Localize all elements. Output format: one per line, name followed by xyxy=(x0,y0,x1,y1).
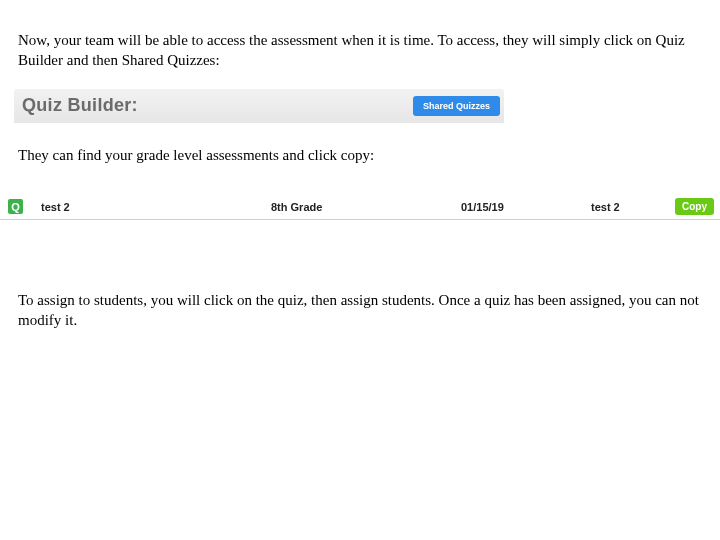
copy-button[interactable]: Copy xyxy=(675,198,714,215)
quiz-badge-icon: Q xyxy=(8,199,23,214)
quiz-list-row-screenshot: Q test 2 8th Grade 01/15/19 test 2 Copy xyxy=(0,195,720,220)
quiz-date: 01/15/19 xyxy=(461,201,591,213)
instruction-paragraph-3: To assign to students, you will click on… xyxy=(18,290,702,331)
instruction-paragraph-2: They can find your grade level assessmen… xyxy=(18,145,702,165)
quiz-grade: 8th Grade xyxy=(271,201,461,213)
shared-quizzes-button[interactable]: Shared Quizzes xyxy=(413,96,500,116)
quiz-builder-header-screenshot: Quiz Builder: Shared Quizzes xyxy=(14,89,702,123)
quiz-misc: test 2 xyxy=(591,201,675,213)
quiz-builder-title: Quiz Builder: xyxy=(22,95,413,116)
instruction-paragraph-1: Now, your team will be able to access th… xyxy=(18,30,702,71)
quiz-name: test 2 xyxy=(41,201,271,213)
quiz-list-row[interactable]: Q test 2 8th Grade 01/15/19 test 2 Copy xyxy=(0,195,720,220)
